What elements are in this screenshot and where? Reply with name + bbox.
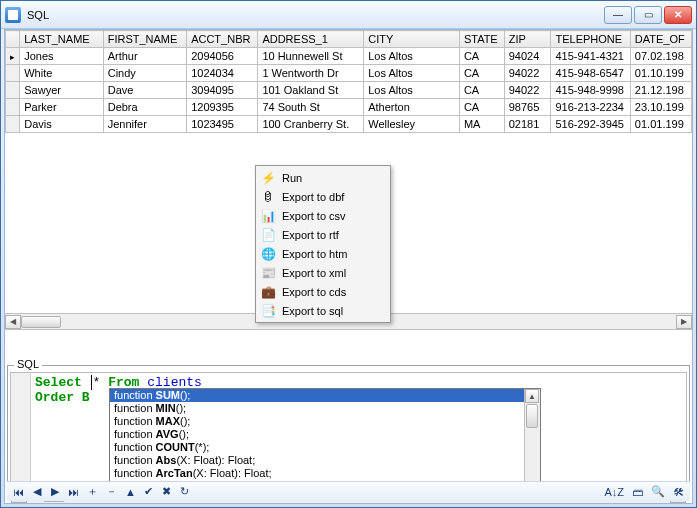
col-state[interactable]: STATE	[459, 31, 504, 48]
table-row[interactable]: SawyerDave3094095101 Oakland StLos Altos…	[6, 82, 692, 99]
scroll-thumb[interactable]	[21, 316, 61, 328]
cell-address[interactable]: 74 South St	[258, 99, 364, 116]
cell-telephone[interactable]: 415-948-6547	[551, 65, 630, 82]
cell-zip[interactable]: 98765	[504, 99, 551, 116]
col-date-of[interactable]: DATE_OF	[630, 31, 691, 48]
cell-first-name[interactable]: Jennifer	[103, 116, 186, 133]
cell-city[interactable]: Los Altos	[364, 65, 460, 82]
cell-zip[interactable]: 94024	[504, 48, 551, 65]
autocomplete-item[interactable]: function COUNT(*);	[110, 441, 540, 454]
cell-date[interactable]: 07.02.198	[630, 48, 691, 65]
table-row[interactable]: DavisJennifer1023495100 Cranberry St.Wel…	[6, 116, 692, 133]
nav-last-button[interactable]: ⏭	[65, 484, 82, 500]
nav-add-button[interactable]: ＋	[84, 484, 101, 500]
menu-item-export-to-xml[interactable]: 📰Export to xml	[258, 263, 388, 282]
cell-zip[interactable]: 94022	[504, 65, 551, 82]
nav-refresh-button[interactable]: ↻	[177, 484, 193, 500]
autocomplete-item[interactable]: function SUM();	[110, 389, 540, 402]
menu-item-export-to-rtf[interactable]: 📄Export to rtf	[258, 225, 388, 244]
autocomplete-item[interactable]: function Abs(X: Float): Float;	[110, 454, 540, 467]
cell-address[interactable]: 100 Cranberry St.	[258, 116, 364, 133]
cell-last-name[interactable]: White	[20, 65, 103, 82]
cell-acct-nbr[interactable]: 1209395	[187, 99, 258, 116]
scroll-thumb[interactable]	[526, 404, 538, 428]
nav-next-button[interactable]: ▶	[47, 484, 63, 500]
cell-first-name[interactable]: Dave	[103, 82, 186, 99]
menu-item-export-to-sql[interactable]: 📑Export to sql	[258, 301, 388, 320]
table-row[interactable]: WhiteCindy10240341 Wentworth DrLos Altos…	[6, 65, 692, 82]
cell-state[interactable]: CA	[459, 48, 504, 65]
cell-telephone[interactable]: 415-941-4321	[551, 48, 630, 65]
cell-city[interactable]: Los Altos	[364, 48, 460, 65]
autocomplete-item[interactable]: function MIN();	[110, 402, 540, 415]
nav-post-button[interactable]: ✔	[141, 484, 157, 500]
minimize-button[interactable]: —	[604, 6, 632, 24]
nav-cancel-button[interactable]: ✖	[159, 484, 175, 500]
cell-last-name[interactable]: Jones	[20, 48, 103, 65]
cell-first-name[interactable]: Arthur	[103, 48, 186, 65]
cell-last-name[interactable]: Sawyer	[20, 82, 103, 99]
menu-item-export-to-cds[interactable]: 💼Export to cds	[258, 282, 388, 301]
autocomplete-popup[interactable]: function SUM();function MIN();function M…	[109, 388, 541, 482]
cell-state[interactable]: CA	[459, 82, 504, 99]
cell-date[interactable]: 23.10.199	[630, 99, 691, 116]
table-row[interactable]: JonesArthur209405610 Hunnewell StLos Alt…	[6, 48, 692, 65]
col-city[interactable]: CITY	[364, 31, 460, 48]
close-button[interactable]: ✕	[664, 6, 692, 24]
col-last-name[interactable]: LAST_NAME	[20, 31, 103, 48]
maximize-button[interactable]: ▭	[634, 6, 662, 24]
cell-last-name[interactable]: Davis	[20, 116, 103, 133]
cell-state[interactable]: CA	[459, 65, 504, 82]
cell-city[interactable]: Los Altos	[364, 82, 460, 99]
scroll-right-icon[interactable]: ▶	[676, 315, 692, 329]
cell-zip[interactable]: 94022	[504, 82, 551, 99]
cell-city[interactable]: Atherton	[364, 99, 460, 116]
col-acct-nbr[interactable]: ACCT_NBR	[187, 31, 258, 48]
nav-delete-button[interactable]: －	[103, 484, 120, 500]
index-button[interactable]: 🗃	[629, 484, 646, 500]
cell-state[interactable]: MA	[459, 116, 504, 133]
cell-city[interactable]: Wellesley	[364, 116, 460, 133]
cell-state[interactable]: CA	[459, 99, 504, 116]
cell-address[interactable]: 101 Oakland St	[258, 82, 364, 99]
tools-button[interactable]: 🛠	[670, 484, 687, 500]
cell-address[interactable]: 1 Wentworth Dr	[258, 65, 364, 82]
table-row[interactable]: ParkerDebra120939574 South StAthertonCA9…	[6, 99, 692, 116]
cell-acct-nbr[interactable]: 3094095	[187, 82, 258, 99]
cell-date[interactable]: 01.01.199	[630, 116, 691, 133]
col-first-name[interactable]: FIRST_NAME	[103, 31, 186, 48]
cell-date[interactable]: 21.12.198	[630, 82, 691, 99]
scroll-up-icon[interactable]: ▲	[525, 389, 539, 403]
sql-editor[interactable]: Select * From clients Order B function S…	[10, 372, 687, 482]
cell-telephone[interactable]: 516-292-3945	[551, 116, 630, 133]
cell-first-name[interactable]: Debra	[103, 99, 186, 116]
cell-telephone[interactable]: 415-948-9998	[551, 82, 630, 99]
context-menu[interactable]: ⚡Run🛢Export to dbf📊Export to csv📄Export …	[255, 165, 391, 323]
autocomplete-item[interactable]: function MAX();	[110, 415, 540, 428]
find-button[interactable]: 🔍	[648, 484, 668, 500]
cell-acct-nbr[interactable]: 1023495	[187, 116, 258, 133]
menu-item-export-to-htm[interactable]: 🌐Export to htm	[258, 244, 388, 263]
menu-item-export-to-csv[interactable]: 📊Export to csv	[258, 206, 388, 225]
scroll-left-icon[interactable]: ◀	[5, 315, 21, 329]
col-zip[interactable]: ZIP	[504, 31, 551, 48]
col-address-1[interactable]: ADDRESS_1	[258, 31, 364, 48]
autocomplete-item[interactable]: function AVG();	[110, 428, 540, 441]
menu-item-export-to-dbf[interactable]: 🛢Export to dbf	[258, 187, 388, 206]
sort-button[interactable]: A↓Z	[601, 484, 627, 500]
nav-prev-button[interactable]: ◀	[29, 484, 45, 500]
cell-last-name[interactable]: Parker	[20, 99, 103, 116]
cell-telephone[interactable]: 916-213-2234	[551, 99, 630, 116]
cell-zip[interactable]: 02181	[504, 116, 551, 133]
cell-acct-nbr[interactable]: 1024034	[187, 65, 258, 82]
cell-first-name[interactable]: Cindy	[103, 65, 186, 82]
menu-item-run[interactable]: ⚡Run	[258, 168, 388, 187]
autocomplete-item[interactable]: function ArcTan(X: Float): Float;	[110, 467, 540, 480]
col-telephone[interactable]: TELEPHONE	[551, 31, 630, 48]
autocomplete-scrollbar[interactable]: ▲ ▼	[524, 389, 540, 482]
nav-edit-button[interactable]: ▲	[122, 484, 139, 500]
cell-address[interactable]: 10 Hunnewell St	[258, 48, 364, 65]
cell-acct-nbr[interactable]: 2094056	[187, 48, 258, 65]
nav-first-button[interactable]: ⏮	[10, 484, 27, 500]
cell-date[interactable]: 01.10.199	[630, 65, 691, 82]
